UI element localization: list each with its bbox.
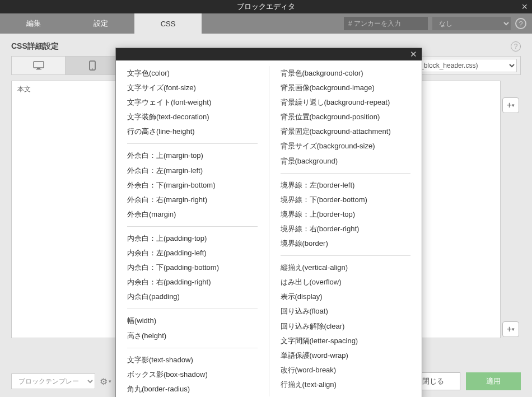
property-item[interactable]: 境界線：上(border-top) — [281, 207, 411, 222]
property-column-left: 文字色(color)文字サイズ(font-size)文字ウェイト(font-we… — [116, 66, 269, 396]
desktop-icon — [33, 61, 44, 70]
property-item[interactable]: 背景繰り返し(background-repeat) — [281, 95, 411, 110]
property-item[interactable]: 単語保護(word-wrap) — [281, 348, 411, 363]
svg-point-4 — [92, 68, 93, 69]
property-group: 文字色(color)文字サイズ(font-size)文字ウェイト(font-we… — [127, 66, 258, 139]
property-item[interactable]: 行の高さ(line-height) — [127, 124, 258, 139]
property-item[interactable]: 文字ウェイト(font-weight) — [127, 95, 258, 110]
svg-rect-1 — [37, 68, 40, 69]
anchor-input[interactable] — [344, 17, 428, 30]
block-template-select[interactable]: ブロックテンプレート — [11, 373, 95, 389]
tab-css[interactable]: CSS — [134, 13, 202, 34]
modal-close-icon[interactable]: ✕ — [410, 49, 417, 59]
anchor-select[interactable]: なし — [432, 17, 511, 30]
property-item[interactable]: 境界線：左(border-left) — [281, 178, 411, 193]
property-item[interactable]: 背景位置(background-position) — [281, 110, 411, 124]
property-item[interactable]: 文字影(text-shadow) — [127, 353, 258, 367]
modal-body: 文字色(color)文字サイズ(font-size)文字ウェイト(font-we… — [116, 60, 422, 397]
property-item[interactable]: 境界線：右(border-right) — [281, 222, 411, 236]
property-group: 内余白：上(padding-top)内余白：左(padding-left)内余白… — [127, 226, 258, 304]
property-item[interactable]: 文字間隔(letter-spacing) — [281, 334, 411, 348]
gear-icon[interactable]: ⚙▾ — [100, 376, 111, 387]
property-item[interactable]: 背景(background) — [281, 154, 411, 169]
tab-settings[interactable]: 設定 — [67, 13, 134, 34]
property-item[interactable]: 高さ(height) — [127, 329, 258, 343]
property-item[interactable]: 改行(word-break) — [281, 363, 411, 377]
property-item[interactable]: 外余白(margin) — [127, 207, 258, 222]
property-group: 縦揃え(vertical-align)はみ出し(overflow)表示(disp… — [281, 255, 411, 392]
property-item[interactable]: 縦揃え(vertical-align) — [281, 260, 411, 275]
add-button-bottom[interactable]: +▾ — [502, 321, 519, 337]
property-item[interactable]: 内余白：左(padding-left) — [127, 246, 258, 260]
property-group: 外余白：上(margin-top)外余白：左(margin-left)外余白：下… — [127, 143, 258, 221]
tab-bar: 編集 設定 CSS なし ? — [0, 13, 532, 34]
svg-rect-0 — [34, 62, 44, 68]
property-item[interactable]: 外余白：左(margin-left) — [127, 164, 258, 178]
property-group: 幅(width)高さ(height) — [127, 309, 258, 343]
property-item[interactable]: 行揃え(text-align) — [281, 377, 411, 392]
window-title: ブロックエディタ — [237, 2, 295, 12]
device-desktop[interactable] — [12, 57, 66, 74]
mobile-icon — [89, 60, 96, 71]
property-item[interactable]: 内余白：右(padding-right) — [127, 275, 258, 289]
property-item[interactable]: 外余白：上(margin-top) — [127, 148, 258, 163]
property-item[interactable]: 背景サイズ(background-size) — [281, 139, 411, 153]
property-item[interactable]: 回り込み(float) — [281, 304, 411, 319]
property-item[interactable]: 幅(width) — [127, 314, 258, 328]
property-item[interactable]: ボックス影(box-shadow) — [127, 367, 258, 382]
property-item[interactable]: 外余白：下(margin-bottom) — [127, 178, 258, 193]
property-item[interactable]: 内余白：上(padding-top) — [127, 231, 258, 246]
subheader-help-icon[interactable]: ? — [511, 41, 521, 52]
property-item[interactable]: 角丸(border-radius) — [127, 382, 258, 396]
property-item[interactable]: 文字装飾(text-decoration) — [127, 110, 258, 124]
property-item[interactable]: 回り込み解除(clear) — [281, 319, 411, 334]
css-property-modal: ✕ 文字色(color)文字サイズ(font-size)文字ウェイト(font-… — [115, 48, 422, 397]
svg-rect-2 — [36, 69, 41, 70]
property-item[interactable]: 文字色(color) — [127, 66, 258, 81]
property-item[interactable]: 背景固定(background-attachment) — [281, 124, 411, 139]
property-group: 背景色(background-color)背景画像(background-ima… — [281, 66, 411, 169]
property-item[interactable]: 背景色(background-color) — [281, 66, 411, 81]
property-group: 境界線：左(border-left)境界線：下(border-bottom)境界… — [281, 173, 411, 251]
window-close-icon[interactable]: × — [521, 1, 528, 13]
titlebar: ブロックエディタ × — [0, 0, 532, 13]
add-button-top[interactable]: +▾ — [502, 97, 519, 113]
property-item[interactable]: はみ出し(overflow) — [281, 275, 411, 289]
property-group: 文字影(text-shadow)ボックス影(box-shadow)角丸(bord… — [127, 348, 258, 396]
property-item[interactable]: 境界線：下(border-bottom) — [281, 193, 411, 207]
property-item[interactable]: 外余白：右(margin-right) — [127, 193, 258, 207]
apply-button[interactable]: 適用 — [466, 372, 521, 390]
property-column-right: 背景色(background-color)背景画像(background-ima… — [269, 66, 422, 396]
page-title: CSS詳細設定 — [11, 41, 59, 52]
side-buttons: +▾ +▾ — [501, 81, 521, 338]
help-icon[interactable]: ? — [515, 18, 526, 29]
device-mobile[interactable] — [66, 57, 119, 74]
property-item[interactable]: 背景画像(background-image) — [281, 81, 411, 95]
property-item[interactable]: 文字サイズ(font-size) — [127, 81, 258, 95]
property-item[interactable]: 表示(display) — [281, 289, 411, 304]
property-item[interactable]: 内余白(padding) — [127, 289, 258, 304]
tab-edit[interactable]: 編集 — [0, 13, 67, 34]
modal-header: ✕ — [116, 48, 422, 60]
property-item[interactable]: 境界線(border) — [281, 236, 411, 251]
property-item[interactable]: 内余白：下(padding-bottom) — [127, 260, 258, 275]
